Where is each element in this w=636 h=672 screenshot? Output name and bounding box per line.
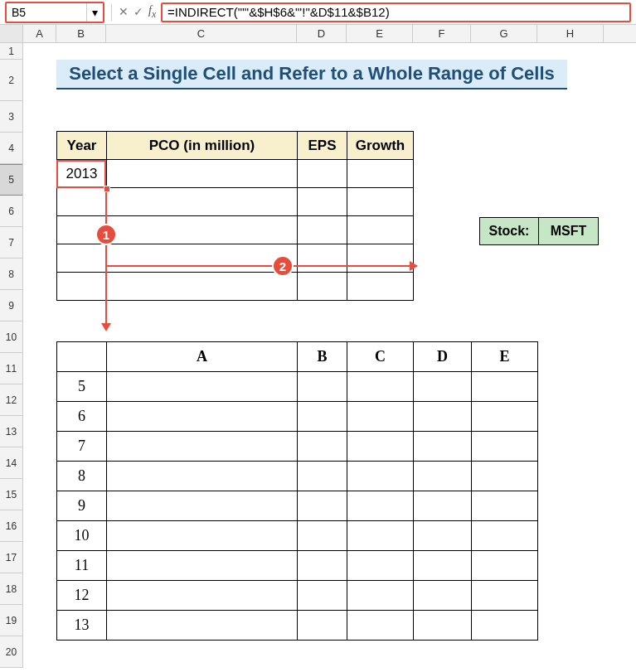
cell[interactable]: 2013 bbox=[57, 160, 107, 188]
cell[interactable] bbox=[298, 581, 347, 611]
cell[interactable] bbox=[347, 581, 414, 611]
row-header-9[interactable]: 9 bbox=[0, 290, 22, 321]
cell[interactable] bbox=[298, 521, 347, 551]
cell[interactable] bbox=[414, 372, 472, 402]
cell[interactable] bbox=[107, 521, 298, 551]
cell[interactable] bbox=[347, 491, 414, 521]
cell[interactable] bbox=[472, 611, 538, 641]
cell[interactable] bbox=[298, 491, 347, 521]
cell[interactable] bbox=[472, 521, 538, 551]
col-header-g[interactable]: G bbox=[471, 25, 537, 42]
cell[interactable] bbox=[298, 551, 347, 581]
cell[interactable] bbox=[107, 244, 298, 273]
col-header-a[interactable]: A bbox=[23, 25, 56, 42]
cancel-icon[interactable]: ✕ bbox=[119, 5, 129, 18]
cell[interactable] bbox=[57, 273, 107, 301]
cell[interactable] bbox=[347, 188, 414, 216]
confirm-icon[interactable]: ✓ bbox=[134, 5, 143, 18]
cell[interactable] bbox=[347, 551, 414, 581]
cell[interactable] bbox=[107, 402, 298, 432]
cell[interactable]: 5 bbox=[57, 372, 107, 402]
cell[interactable] bbox=[107, 160, 298, 188]
cell[interactable] bbox=[347, 432, 414, 462]
cell[interactable] bbox=[107, 462, 298, 491]
row-header-12[interactable]: 12 bbox=[0, 384, 22, 416]
row-header-10[interactable]: 10 bbox=[0, 321, 22, 353]
cell[interactable] bbox=[347, 521, 414, 551]
cell[interactable] bbox=[472, 462, 538, 491]
cell[interactable] bbox=[347, 160, 414, 188]
cell[interactable] bbox=[107, 273, 298, 301]
cell[interactable] bbox=[298, 432, 347, 462]
select-all-corner[interactable] bbox=[0, 25, 23, 42]
fx-icon[interactable]: fx bbox=[148, 4, 156, 20]
col-header-b[interactable]: B bbox=[56, 25, 106, 42]
col-header-h[interactable]: H bbox=[537, 25, 604, 42]
row-header-19[interactable]: 19 bbox=[0, 605, 22, 636]
cell[interactable] bbox=[107, 611, 298, 641]
row-header-6[interactable]: 6 bbox=[0, 196, 22, 227]
row-header-4[interactable]: 4 bbox=[0, 133, 22, 164]
cell[interactable] bbox=[298, 188, 347, 216]
cell[interactable] bbox=[414, 551, 472, 581]
name-box[interactable] bbox=[7, 3, 86, 22]
cell[interactable] bbox=[472, 372, 538, 402]
row-header-17[interactable]: 17 bbox=[0, 542, 22, 573]
col-header-d[interactable]: D bbox=[297, 25, 347, 42]
cell[interactable] bbox=[414, 402, 472, 432]
row-header-18[interactable]: 18 bbox=[0, 573, 22, 605]
col-header-e[interactable]: E bbox=[347, 25, 413, 42]
cell[interactable] bbox=[414, 432, 472, 462]
cell[interactable] bbox=[347, 462, 414, 491]
cell[interactable] bbox=[298, 244, 347, 273]
cell[interactable] bbox=[107, 188, 298, 216]
cell[interactable] bbox=[107, 432, 298, 462]
cell[interactable] bbox=[347, 273, 414, 301]
row-header-15[interactable]: 15 bbox=[0, 479, 22, 510]
cell[interactable] bbox=[298, 402, 347, 432]
cell[interactable] bbox=[414, 611, 472, 641]
row-header-2[interactable]: 2 bbox=[0, 60, 22, 101]
cell[interactable] bbox=[107, 491, 298, 521]
cell[interactable] bbox=[347, 216, 414, 244]
cell[interactable] bbox=[107, 372, 298, 402]
cell[interactable] bbox=[347, 244, 414, 273]
row-header-1[interactable]: 1 bbox=[0, 43, 22, 60]
row-header-7[interactable]: 7 bbox=[0, 227, 22, 259]
cell[interactable] bbox=[298, 216, 347, 244]
col-header-f[interactable]: F bbox=[413, 25, 471, 42]
cell[interactable]: 6 bbox=[57, 402, 107, 432]
row-header-20[interactable]: 20 bbox=[0, 636, 22, 668]
cell[interactable] bbox=[472, 551, 538, 581]
cell[interactable]: 11 bbox=[57, 551, 107, 581]
cell[interactable] bbox=[414, 491, 472, 521]
row-header-13[interactable]: 13 bbox=[0, 416, 22, 447]
cell[interactable]: 7 bbox=[57, 432, 107, 462]
cell[interactable] bbox=[414, 521, 472, 551]
cell[interactable] bbox=[298, 611, 347, 641]
cell[interactable]: 13 bbox=[57, 611, 107, 641]
cell[interactable]: 10 bbox=[57, 521, 107, 551]
row-header-8[interactable]: 8 bbox=[0, 259, 22, 290]
stock-value[interactable]: MSFT bbox=[539, 217, 599, 245]
cell[interactable]: 9 bbox=[57, 491, 107, 521]
cell[interactable] bbox=[107, 551, 298, 581]
cell[interactable] bbox=[472, 581, 538, 611]
cell[interactable] bbox=[57, 244, 107, 273]
row-header-5[interactable]: 5 bbox=[0, 164, 22, 196]
cell[interactable] bbox=[57, 188, 107, 216]
cell[interactable] bbox=[414, 462, 472, 491]
cell[interactable] bbox=[472, 432, 538, 462]
name-box-dropdown-button[interactable]: ▾ bbox=[86, 3, 103, 22]
cell[interactable] bbox=[107, 581, 298, 611]
cell[interactable] bbox=[298, 372, 347, 402]
col-header-c[interactable]: C bbox=[106, 25, 297, 42]
cell[interactable] bbox=[472, 402, 538, 432]
row-header-11[interactable]: 11 bbox=[0, 353, 22, 384]
cell[interactable] bbox=[414, 581, 472, 611]
cell[interactable] bbox=[298, 273, 347, 301]
cell[interactable] bbox=[298, 160, 347, 188]
row-header-14[interactable]: 14 bbox=[0, 447, 22, 479]
cell[interactable] bbox=[347, 402, 414, 432]
cell[interactable] bbox=[298, 462, 347, 491]
